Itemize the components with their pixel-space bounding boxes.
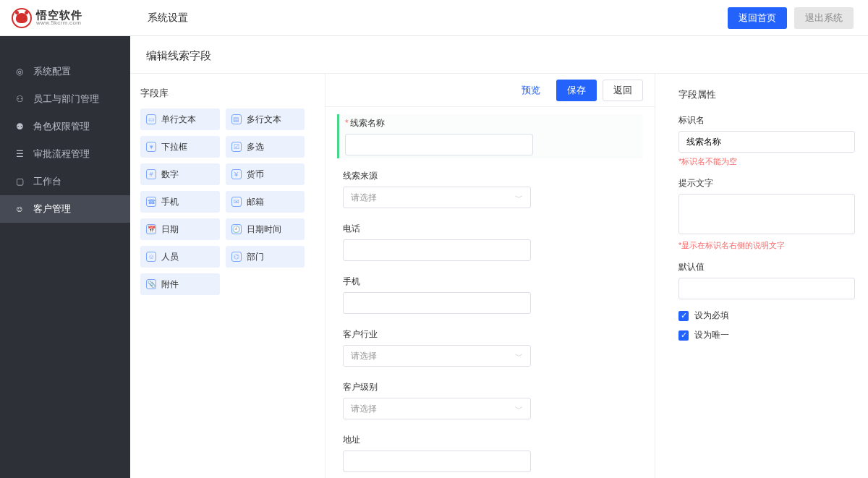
field-type-icon: ☑ <box>231 142 242 152</box>
sidebar-item-3[interactable]: ☰审批流程管理 <box>0 140 130 168</box>
sidebar-item-label: 员工与部门管理 <box>33 93 99 106</box>
default-label: 默认值 <box>678 261 855 273</box>
field-type-item[interactable]: ⌬部门 <box>226 246 305 268</box>
field-type-item[interactable]: ✉邮箱 <box>226 191 305 213</box>
sidebar-item-1[interactable]: ⚇员工与部门管理 <box>0 85 130 113</box>
field-type-label: 人员 <box>161 251 179 263</box>
sidebar-item-label: 工作台 <box>33 175 61 188</box>
preview-button[interactable]: 预览 <box>511 80 550 101</box>
page-title: 编辑线索字段 <box>130 36 868 74</box>
field-type-item[interactable]: ☎手机 <box>140 191 220 213</box>
unique-checkbox[interactable]: ✓ 设为唯一 <box>678 329 855 341</box>
tip-label: 提示文字 <box>678 177 855 189</box>
field-input[interactable] <box>343 239 531 261</box>
required-asterisk: * <box>345 118 349 128</box>
logout-button[interactable]: 退出系统 <box>794 7 854 29</box>
field-type-icon: ▭ <box>146 114 156 124</box>
field-select[interactable]: 请选择﹀ <box>343 398 531 419</box>
user-key-icon: ⚉ <box>14 121 25 132</box>
field-type-item[interactable]: ☺人员 <box>140 246 220 268</box>
form-field[interactable]: 手机 <box>337 273 643 317</box>
logo-icon <box>12 8 32 28</box>
flow-icon: ☰ <box>14 149 25 159</box>
field-type-label: 日期 <box>161 223 179 236</box>
monitor-icon: ▢ <box>14 176 25 187</box>
field-type-label: 单行文本 <box>161 114 196 126</box>
gear-icon: ◎ <box>14 67 25 77</box>
field-select[interactable]: 请选择﹀ <box>343 345 531 367</box>
field-type-item[interactable]: 📅日期 <box>140 218 220 240</box>
sidebar-item-2[interactable]: ⚉角色权限管理 <box>0 113 130 140</box>
logo-text-cn: 悟空软件 <box>36 9 82 20</box>
sidebar-item-label: 系统配置 <box>33 65 71 78</box>
field-type-icon: ⌬ <box>231 252 242 262</box>
field-type-label: 货币 <box>247 168 264 181</box>
required-checkbox-label: 设为必填 <box>694 310 729 322</box>
checkbox-icon: ✓ <box>678 330 689 341</box>
identifier-hint: 标识名不能为空 <box>678 156 855 167</box>
identifier-label: 标识名 <box>678 114 855 127</box>
field-type-item[interactable]: ☑多选 <box>226 136 305 158</box>
chevron-down-icon: ﹀ <box>515 404 523 414</box>
field-type-icon: ☺ <box>146 252 156 262</box>
sidebar-item-5[interactable]: ☺客户管理 <box>0 195 130 223</box>
form-field[interactable]: *线索名称 <box>337 114 643 158</box>
field-type-icon: ▤ <box>231 114 242 124</box>
header-title: 系统设置 <box>130 12 188 25</box>
field-label: 线索来源 <box>343 170 640 182</box>
field-type-icon: ☎ <box>146 197 156 207</box>
required-checkbox[interactable]: ✓ 设为必填 <box>678 310 855 322</box>
identifier-input[interactable] <box>678 131 855 153</box>
select-placeholder: 请选择 <box>351 403 377 415</box>
sidebar: ◎系统配置⚇员工与部门管理⚉角色权限管理☰审批流程管理▢工作台☺客户管理 <box>0 36 130 478</box>
field-input[interactable] <box>345 134 533 155</box>
checkbox-icon: ✓ <box>678 311 689 321</box>
field-label: 电话 <box>343 223 640 235</box>
field-library-heading: 字段库 <box>140 87 305 100</box>
logo-text-en: www.5kcrm.com <box>36 20 82 26</box>
field-input[interactable] <box>343 451 531 472</box>
field-select[interactable]: 请选择﹀ <box>343 187 531 208</box>
select-placeholder: 请选择 <box>351 350 377 362</box>
form-field[interactable]: 客户行业请选择﹀ <box>337 325 643 370</box>
field-type-item[interactable]: 📎附件 <box>140 273 220 295</box>
field-type-label: 日期时间 <box>247 223 281 236</box>
save-button[interactable]: 保存 <box>556 80 597 101</box>
form-field[interactable]: 线索来源请选择﹀ <box>337 167 643 211</box>
field-type-item[interactable]: ¥货币 <box>226 163 305 185</box>
sidebar-item-4[interactable]: ▢工作台 <box>0 168 130 195</box>
field-type-item[interactable]: ▭单行文本 <box>140 108 220 130</box>
chevron-down-icon: ﹀ <box>515 351 523 362</box>
field-input[interactable] <box>343 292 531 314</box>
back-button[interactable]: 返回 <box>603 80 643 101</box>
field-type-label: 多行文本 <box>247 114 281 126</box>
field-type-label: 邮箱 <box>247 196 264 208</box>
field-type-label: 多选 <box>247 141 264 153</box>
field-label: 客户行业 <box>343 328 640 341</box>
tip-input[interactable] <box>678 194 855 234</box>
field-type-icon: 📅 <box>146 224 156 234</box>
back-home-button[interactable]: 返回首页 <box>728 7 787 29</box>
sidebar-item-label: 客户管理 <box>33 202 71 215</box>
properties-panel: 字段属性 标识名 标识名不能为空 提示文字 显示在标识名右侧的说明文字 默认值 <box>665 74 868 478</box>
field-type-label: 部门 <box>247 251 264 263</box>
field-type-item[interactable]: #数字 <box>140 163 220 185</box>
field-type-item[interactable]: 🕘日期时间 <box>226 218 305 240</box>
form-field[interactable]: 客户级别请选择﹀ <box>337 378 643 422</box>
header: 悟空软件 www.5kcrm.com 系统设置 返回首页 退出系统 <box>0 0 868 36</box>
field-type-item[interactable]: ▤多行文本 <box>226 108 305 130</box>
field-type-icon: ¥ <box>231 169 242 179</box>
field-label: *线索名称 <box>345 117 640 129</box>
default-input[interactable] <box>678 278 855 299</box>
form-field[interactable]: 电话 <box>337 220 643 264</box>
logo: 悟空软件 www.5kcrm.com <box>0 8 130 28</box>
customer-icon: ☺ <box>14 204 25 214</box>
unique-checkbox-label: 设为唯一 <box>694 329 729 341</box>
sidebar-item-0[interactable]: ◎系统配置 <box>0 58 130 85</box>
field-library-panel: 字段库 ▭单行文本▤多行文本▾下拉框☑多选#数字¥货币☎手机✉邮箱📅日期🕘日期时… <box>130 74 315 478</box>
sidebar-item-label: 角色权限管理 <box>33 120 90 133</box>
field-type-item[interactable]: ▾下拉框 <box>140 136 220 158</box>
form-canvas-panel: 预览 保存 返回 *线索名称线索来源请选择﹀电话手机客户行业请选择﹀客户级别请选… <box>325 74 655 478</box>
form-field[interactable]: 地址 <box>337 431 643 475</box>
field-type-icon: 🕘 <box>231 224 242 234</box>
